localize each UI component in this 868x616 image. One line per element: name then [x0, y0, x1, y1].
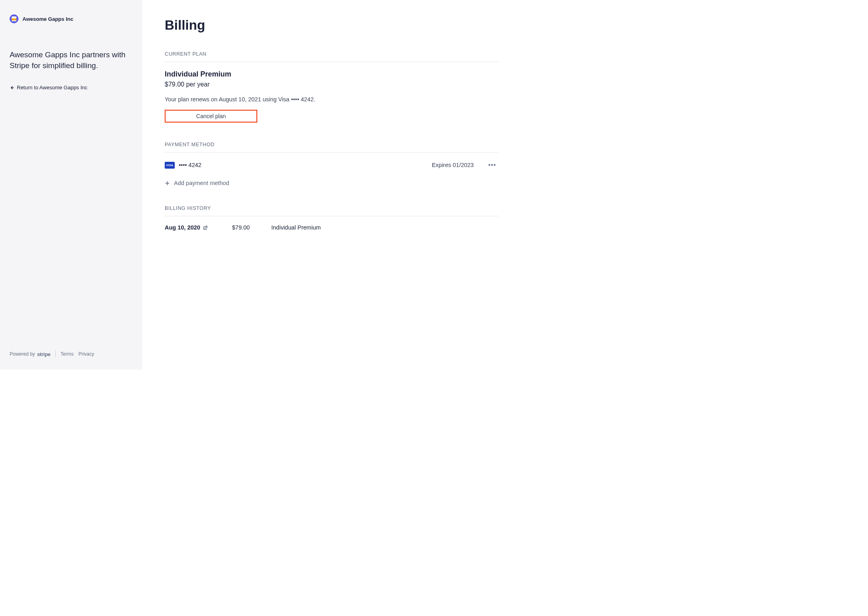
- return-link[interactable]: Return to Awesome Gapps Inc: [10, 85, 133, 91]
- visa-icon: VISA: [165, 162, 175, 169]
- footer-links: Powered by stripe Terms Privacy: [10, 350, 133, 360]
- card-last4: •••• 4242: [179, 162, 243, 168]
- plan-renew-text: Your plan renews on August 10, 2021 usin…: [165, 96, 499, 103]
- history-desc: Individual Premium: [271, 224, 321, 231]
- brand-name: Awesome Gapps Inc: [22, 16, 73, 22]
- cancel-plan-label: Cancel plan: [196, 113, 226, 119]
- history-row[interactable]: Aug 10, 2020 $79.00 Individual Premium: [165, 224, 499, 231]
- section-divider: [165, 216, 499, 216]
- section-divider: [165, 62, 499, 62]
- powered-by-label: Powered by: [10, 351, 35, 357]
- stripe-logo: stripe: [37, 351, 50, 357]
- sidebar-panel: Awesome Gapps Inc Awesome Gapps Inc part…: [0, 0, 142, 370]
- billing-history-section: BILLING HISTORY Aug 10, 2020 $79.00 Indi…: [165, 205, 499, 231]
- privacy-link[interactable]: Privacy: [79, 351, 94, 357]
- payment-method-label: PAYMENT METHOD: [165, 142, 499, 147]
- partner-text: Awesome Gapps Inc partners with Stripe f…: [10, 50, 133, 71]
- powered-by: Powered by stripe: [10, 351, 50, 357]
- return-link-label: Return to Awesome Gapps Inc: [17, 85, 87, 91]
- current-plan-section: CURRENT PLAN Individual Premium $79.00 p…: [165, 51, 499, 123]
- history-date: Aug 10, 2020: [165, 224, 232, 231]
- current-plan-label: CURRENT PLAN: [165, 51, 499, 57]
- add-payment-button[interactable]: Add payment method: [165, 180, 499, 186]
- footer-divider: [55, 350, 56, 358]
- arrow-left-icon: [10, 85, 14, 90]
- plan-name: Individual Premium: [165, 70, 499, 79]
- plus-icon: [165, 181, 170, 186]
- billing-history-label: BILLING HISTORY: [165, 205, 499, 211]
- cancel-plan-button[interactable]: Cancel plan: [165, 110, 257, 123]
- add-payment-label: Add payment method: [174, 180, 229, 186]
- history-amount: $79.00: [232, 224, 271, 231]
- main-panel: Billing CURRENT PLAN Individual Premium …: [142, 0, 521, 370]
- plan-price: $79.00 per year: [165, 81, 499, 88]
- page-title: Billing: [165, 18, 499, 33]
- external-link-icon: [203, 225, 208, 230]
- payment-method-section: PAYMENT METHOD VISA •••• 4242 Expires 01…: [165, 142, 499, 186]
- history-date-text: Aug 10, 2020: [165, 224, 200, 231]
- card-expiry: Expires 01/2023: [432, 162, 474, 168]
- section-divider: [165, 152, 499, 153]
- brand-icon: [10, 14, 18, 23]
- brand-row: Awesome Gapps Inc: [10, 14, 133, 23]
- terms-link[interactable]: Terms: [61, 351, 74, 357]
- payment-card-row: VISA •••• 4242 Expires 01/2023 •••: [165, 161, 499, 169]
- more-icon[interactable]: •••: [488, 161, 496, 169]
